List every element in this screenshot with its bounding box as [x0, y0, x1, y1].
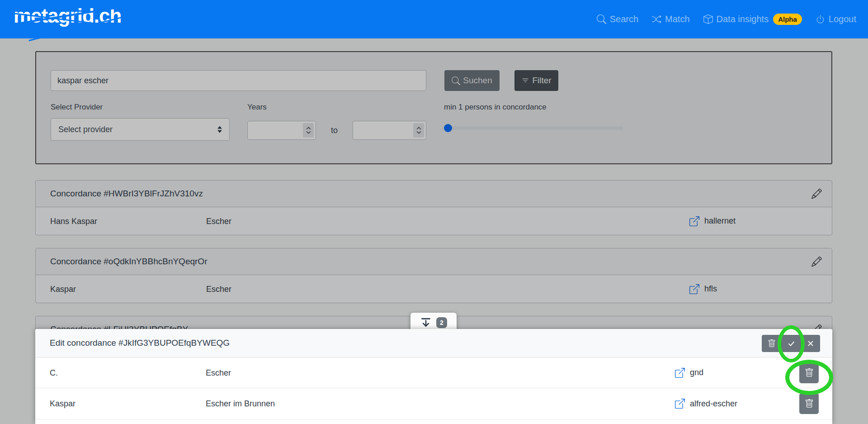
remove-person-button[interactable]	[799, 362, 819, 383]
provider-name: alfred-escher	[690, 399, 737, 409]
edit-person-row: Kaspar Escher im Brunnen alfred-escher	[35, 388, 832, 419]
edit-panel-header: Edit concordance #JkIfG3YBUPOEfqBYWEQG	[35, 329, 832, 357]
remove-person-button[interactable]	[799, 393, 819, 414]
person-lastname: Escher im Brunnen	[206, 399, 275, 409]
delete-concordance-button[interactable]	[762, 335, 781, 352]
cube-icon	[703, 14, 713, 24]
cancel-button[interactable]	[801, 335, 820, 352]
person-firstname: C.	[50, 368, 58, 377]
queue-count-badge: 2	[436, 317, 447, 328]
trash-icon	[805, 399, 814, 408]
nav-match[interactable]: Match	[652, 14, 689, 24]
trash-icon	[805, 368, 814, 377]
person-lastname: Escher	[206, 368, 231, 377]
edit-concordance-panel: Edit concordance #JkIfG3YBUPOEfqBYWEQG C…	[35, 329, 832, 424]
external-link-icon	[675, 368, 685, 378]
confirm-button[interactable]	[781, 335, 801, 352]
nav-match-label: Match	[665, 14, 689, 24]
edit-actions-group	[762, 335, 820, 352]
brand-text: metagrid.ch	[14, 5, 121, 27]
top-header: metagrid.ch Search Match Data insights A…	[0, 0, 868, 38]
person-firstname: Kaspar	[50, 399, 75, 409]
provider-link[interactable]: gnd	[675, 368, 703, 378]
nav-search[interactable]: Search	[597, 14, 638, 24]
nav-logout-label: Logout	[829, 14, 856, 24]
nav-search-label: Search	[610, 14, 638, 24]
alpha-badge: Alpha	[773, 14, 802, 25]
power-icon	[816, 14, 825, 24]
external-link-icon	[675, 399, 685, 409]
tray-download-icon	[420, 317, 432, 329]
close-icon	[807, 340, 814, 347]
nav-logout[interactable]: Logout	[816, 14, 856, 24]
search-icon	[597, 14, 606, 24]
nav-data-insights[interactable]: Data insights Alpha	[703, 14, 802, 25]
shuffle-icon	[652, 14, 661, 24]
trash-icon	[768, 339, 776, 348]
check-icon	[788, 340, 795, 348]
edit-panel-title: Edit concordance #JkIfG3YBUPOEfqBYWEQG	[50, 338, 230, 348]
provider-link[interactable]: alfred-escher	[675, 399, 737, 409]
provider-name: gnd	[690, 368, 703, 377]
metagrid-app: metagrid.ch Search Match Data insights A…	[0, 0, 868, 424]
header-nav: Search Match Data insights Alpha Logout	[597, 0, 856, 38]
nav-insights-label: Data insights	[717, 14, 769, 24]
edit-person-row: C. Escher gnd	[35, 357, 832, 388]
